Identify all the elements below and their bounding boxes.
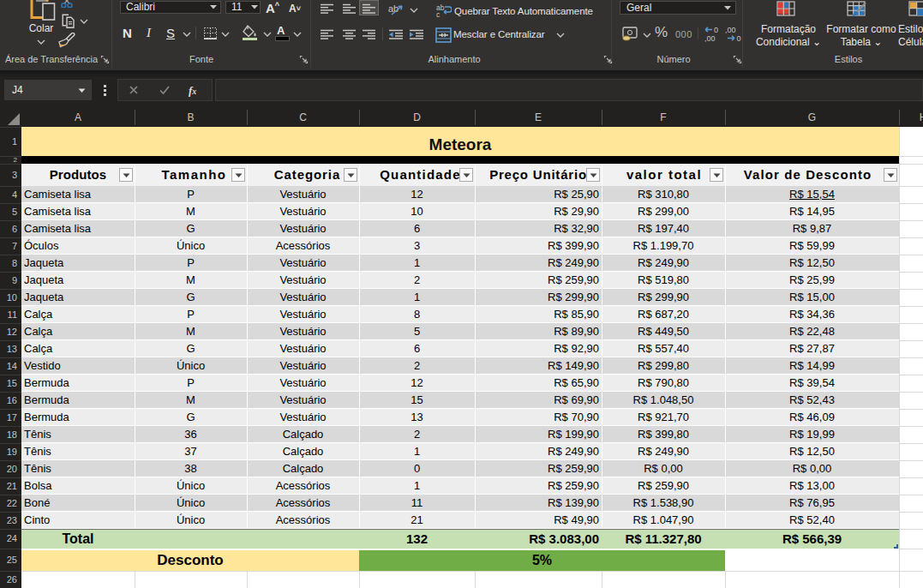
svg-text:,00: ,00: [725, 26, 736, 34]
svg-text:,00: ,00: [704, 34, 716, 43]
svg-text:0: 0: [737, 34, 741, 42]
svg-text:0: 0: [714, 26, 718, 34]
svg-text:ab: ab: [388, 3, 399, 14]
